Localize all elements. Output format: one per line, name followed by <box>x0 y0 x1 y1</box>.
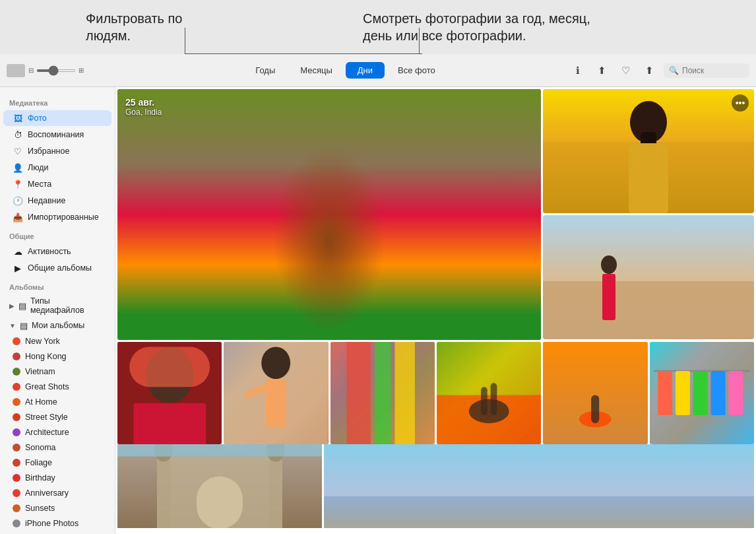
shared-section-header: Общие <box>0 226 115 243</box>
svg-rect-47 <box>693 371 707 415</box>
small-photo-3[interactable] <box>331 342 435 444</box>
small-photo-1[interactable] <box>117 342 222 444</box>
svg-rect-59 <box>324 496 754 528</box>
share-button[interactable]: ⬆ <box>592 61 611 80</box>
iphone-photos-dot <box>13 519 20 527</box>
sidebar-item-birthday[interactable]: Birthday <box>3 471 111 485</box>
svg-point-17 <box>601 255 617 274</box>
sidebar-media-types-group[interactable]: ▶ ▤ Типы медиафайлов <box>0 294 115 317</box>
sidebar-item-foliage[interactable]: Foliage <box>3 455 111 470</box>
my-albums-icon: ▤ <box>18 320 29 331</box>
search-box: 🔍 <box>664 63 749 78</box>
svg-rect-52 <box>197 477 243 529</box>
foliage-dot <box>13 459 20 467</box>
favorite-button[interactable]: ♡ <box>616 61 635 80</box>
albums-section-header: Альбомы <box>0 277 115 294</box>
tab-days[interactable]: Дни <box>346 62 385 79</box>
sonoma-dot <box>13 444 20 451</box>
sidebar-item-anniversary[interactable]: Anniversary <box>3 486 111 500</box>
photo-caption: 25 авг. Goa, India <box>125 97 162 117</box>
bottom-photo-row <box>115 342 756 444</box>
people-icon: 👤 <box>13 162 23 173</box>
content-area: Медиатека 🖼 Фото ⏱ Воспоминания ♡ Избран… <box>0 87 756 534</box>
search-input[interactable] <box>682 66 744 75</box>
sidebar-item-sonoma[interactable]: Sonoma <box>3 440 111 455</box>
svg-rect-2 <box>268 102 290 340</box>
small-photo-6-svg <box>650 342 754 444</box>
more-options-button[interactable]: ••• <box>732 94 749 112</box>
small-photo-2[interactable] <box>224 342 328 444</box>
sidebar-item-new-york[interactable]: New York <box>3 334 111 349</box>
tab-months[interactable]: Месяцы <box>288 62 344 79</box>
sidebar-item-architecture[interactable]: Architecture <box>3 425 111 440</box>
library-section-header: Медиатека <box>0 92 115 110</box>
last-photo-1[interactable] <box>117 444 322 528</box>
sidebar-item-people[interactable]: 👤 Люди <box>3 160 111 176</box>
birthday-dot <box>13 474 20 482</box>
small-photo-6[interactable] <box>650 342 754 444</box>
annotation-right: Смотреть фотографии за год, месяц,день и… <box>363 10 614 44</box>
toolbar-left: ⊟ ⊞ <box>7 64 122 77</box>
annotation-right-text: Смотреть фотографии за год, месяц,день и… <box>363 11 590 43</box>
sidebar-item-iphone-photos[interactable]: iPhone Photos <box>3 516 111 531</box>
svg-point-36 <box>469 399 509 424</box>
at-home-dot <box>13 398 20 406</box>
last-photo-1-svg <box>117 444 322 528</box>
last-photo-2[interactable] <box>324 444 754 528</box>
small-photo-5[interactable] <box>543 342 647 444</box>
photo-location: Goa, India <box>125 108 162 117</box>
projects-section-header: Проекты <box>0 531 115 534</box>
svg-rect-49 <box>728 371 743 415</box>
sidebar-item-great-shots[interactable]: Great Shots <box>3 380 111 394</box>
info-button[interactable]: ℹ <box>569 61 587 80</box>
small-photo-4[interactable] <box>437 342 541 444</box>
small-photo-2-svg <box>224 342 328 444</box>
great-shots-dot <box>13 383 20 391</box>
svg-rect-8 <box>117 89 247 340</box>
svg-rect-31 <box>375 342 391 444</box>
small-photo-5-svg <box>543 342 647 444</box>
sidebar-item-sunsets[interactable]: Sunsets <box>3 501 111 516</box>
small-photo-3-svg <box>331 342 435 444</box>
sidebar-my-albums-group[interactable]: ▼ ▤ Мои альбомы <box>0 317 115 333</box>
anniversary-dot <box>13 489 20 497</box>
architecture-dot <box>13 428 20 436</box>
main-large-photo[interactable]: 25 авг. Goa, India <box>117 89 541 340</box>
zoom-slider[interactable] <box>36 69 76 72</box>
right-photo-bottom[interactable] <box>543 215 754 339</box>
sidebar-item-vietnam[interactable]: Vietnam <box>3 364 111 379</box>
tab-years[interactable]: Годы <box>243 62 287 79</box>
sidebar-item-places[interactable]: 📍 Места <box>3 176 111 192</box>
annotation-left-text: Фильтровать по людям. <box>86 11 182 43</box>
last-photo-row <box>115 444 756 530</box>
sunsets-dot <box>13 504 20 512</box>
sidebar-item-street-style[interactable]: Street Style <box>3 410 111 424</box>
sidebar-toggle-button[interactable] <box>7 64 25 77</box>
sidebar-item-photos[interactable]: 🖼 Фото <box>3 110 111 126</box>
annotation-line-left <box>185 28 185 54</box>
media-types-arrow: ▶ <box>9 302 15 310</box>
my-albums-arrow: ▼ <box>9 322 16 329</box>
sidebar-item-favorites[interactable]: ♡ Избранное <box>3 143 111 159</box>
street-style-dot <box>13 413 20 421</box>
sidebar-item-memories[interactable]: ⏱ Воспоминания <box>3 127 111 143</box>
annotation-hline <box>185 53 422 54</box>
sidebar-item-recent[interactable]: 🕐 Недавние <box>3 193 111 209</box>
sidebar-item-shared-albums[interactable]: ▶ Общие альбомы <box>3 260 111 276</box>
favorites-icon: ♡ <box>13 146 23 156</box>
sidebar-item-activity[interactable]: ☁ Активность <box>3 244 111 259</box>
export-button[interactable]: ⬆ <box>640 61 658 80</box>
sidebar-item-hong-kong[interactable]: Hong Kong <box>3 349 111 364</box>
toolbar-right: ℹ ⬆ ♡ ⬆ 🔍 <box>569 61 749 80</box>
right-photo-stack: ••• <box>543 89 754 340</box>
right-photo-top[interactable]: ••• <box>543 89 754 213</box>
svg-rect-1 <box>247 102 269 340</box>
tab-all[interactable]: Все фото <box>386 62 447 79</box>
sidebar-item-imported[interactable]: 📥 Импортированные <box>3 209 111 225</box>
sidebar-item-at-home[interactable]: At Home <box>3 395 111 409</box>
svg-rect-18 <box>602 274 615 320</box>
activity-icon: ☁ <box>13 246 23 257</box>
small-photo-1-svg <box>117 342 222 444</box>
photo-date: 25 авг. <box>125 97 162 108</box>
main-content: 25 авг. Goa, India <box>115 87 756 534</box>
